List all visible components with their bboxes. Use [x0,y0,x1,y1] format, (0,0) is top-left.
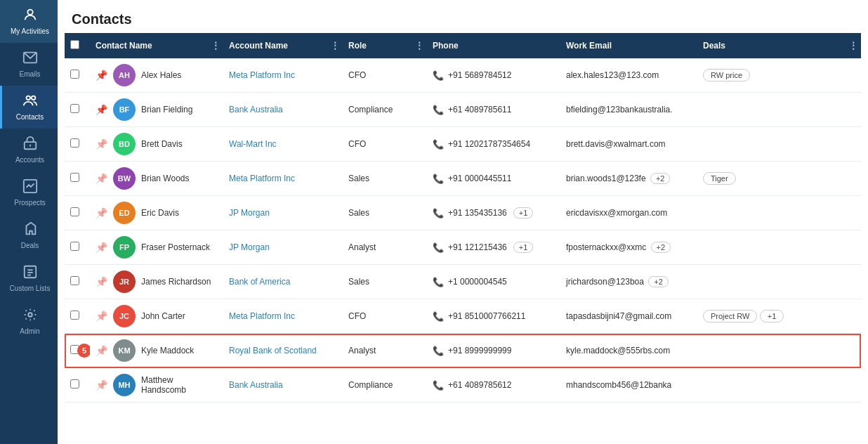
avatar: FP [113,236,136,259]
sidebar-item-deals[interactable]: Deals [0,214,58,257]
row-checkbox-cell[interactable]: 5 [65,334,90,368]
svg-point-11 [28,313,32,317]
account-link[interactable]: Meta Platform Inc [229,70,295,80]
contact-name: John Carter [141,311,185,321]
row-checkbox[interactable] [70,138,79,148]
sidebar-item-contacts[interactable]: Contacts [0,86,58,129]
phone-number: +91 135435136 [448,208,507,218]
row-checkbox-cell[interactable] [65,127,90,162]
sidebar-item-admin[interactable]: Admin [0,300,58,343]
account-name-cell: Meta Platform Inc [223,162,343,196]
pin-toggle[interactable]: 📌 [96,104,107,115]
pin-toggle[interactable]: 📌 [96,173,107,184]
account-name-cell: Bank of America [223,265,343,299]
row-checkbox-cell[interactable] [65,230,90,265]
svg-point-0 [27,10,32,15]
phone-number: +61 4089785612 [448,380,511,390]
row-checkbox-cell[interactable] [65,368,90,403]
col-role: Role ⋮ [343,33,427,58]
role-col-menu[interactable]: ⋮ [414,40,424,51]
row-checkbox-cell[interactable] [65,265,90,299]
contact-name: Brian Fielding [141,105,192,115]
account-link[interactable]: Royal Bank of Scotland [229,346,317,355]
row-checkbox[interactable] [70,207,79,216]
role-cell: CFO [343,127,427,162]
account-link[interactable]: JP Morgan [229,242,270,252]
row-checkbox-cell[interactable] [65,196,90,230]
pin-toggle[interactable]: 📌 [96,379,107,391]
account-name-cell: JP Morgan [223,230,343,265]
table-row: 📌 FP Fraser Posternack JP Morgan Analyst… [65,230,861,265]
pin-toggle[interactable]: 📌 [96,311,107,322]
account-name-cell: Meta Platform Inc [223,299,343,334]
row-checkbox[interactable] [70,242,79,251]
phone-number: +61 4089785611 [448,105,511,115]
phone-cell: 📞 +91 8999999999 [427,334,560,368]
account-link[interactable]: Bank of America [229,277,290,287]
role-value: Compliance [348,105,393,115]
role-value: Sales [348,277,369,287]
pin-toggle[interactable]: 📌 [96,345,107,356]
row-checkbox-cell[interactable] [65,162,90,196]
phone-cell: 📞 +91 135435136 +1 [427,196,560,230]
pin-toggle[interactable]: 📌 [96,70,107,81]
row-checkbox[interactable] [70,276,79,285]
phone-cell: 📞 +91 12021787354654 [427,127,560,162]
row-checkbox[interactable] [70,173,79,182]
sidebar-item-prospects[interactable]: Prospects [0,171,58,214]
pin-toggle[interactable]: 📌 [96,276,107,287]
row-checkbox[interactable] [70,104,79,113]
contact-name-col-menu[interactable]: ⋮ [211,40,221,51]
select-all-checkbox[interactable] [70,40,79,49]
avatar: BF [113,98,136,121]
pin-outline-icon: 📌 [96,207,107,218]
avatar: KM [113,339,136,362]
contacts-icon [22,93,38,110]
email-cell: kyle.maddock@555rbs.com [560,334,697,368]
phone-icon: 📞 [433,174,444,184]
account-link[interactable]: Wal-Mart Inc [229,139,277,149]
sidebar-item-custom-lists[interactable]: Custom Lists [0,257,58,300]
deals-cell [697,127,861,162]
account-link[interactable]: Bank Australia [229,380,283,390]
sidebar-label-accounts: Accounts [15,156,44,164]
deals-cell [697,265,861,299]
contacts-table: Contact Name ⋮ Account Name ⋮ Role ⋮ Pho… [65,33,861,403]
account-link[interactable]: Meta Platform Inc [229,311,295,321]
pin-toggle[interactable]: 📌 [96,138,107,150]
row-checkbox-cell[interactable] [65,299,90,334]
account-link[interactable]: Meta Platform Inc [229,174,295,183]
col-work-email: Work Email [560,33,697,58]
account-link[interactable]: Bank Australia [229,105,283,115]
extra-phones-badge: +1 [513,207,534,218]
select-all-header[interactable] [65,33,90,58]
sidebar-label-deals: Deals [21,242,39,250]
pin-toggle[interactable]: 📌 [96,242,107,253]
role-cell: CFO [343,299,427,334]
row-checkbox[interactable] [70,70,79,79]
pin-outline-icon: 📌 [96,242,107,253]
pin-outline-icon: 📌 [96,311,107,322]
email-value: kyle.maddock@555rbs.com [566,346,670,355]
table-row: 5 📌 KM Kyle Maddock Royal Bank of Scotla… [65,334,861,368]
row-checkbox-cell[interactable] [65,93,90,127]
sidebar-item-accounts[interactable]: Accounts [0,129,58,171]
row-checkbox[interactable] [70,311,79,320]
account-link[interactable]: JP Morgan [229,208,270,218]
email-value: brett.davis@xwalmart.com [566,139,666,149]
table-row: 📌 MH Matthew Handscomb Bank Australia Co… [65,368,861,403]
pin-toggle[interactable]: 📌 [96,207,107,218]
row-checkbox[interactable] [70,379,79,388]
phone-number: +1 0000004545 [448,277,507,287]
sidebar-item-emails[interactable]: Emails [0,43,58,86]
table-row: 📌 ED Eric Davis JP Morgan Sales 📞 +91 13… [65,196,861,230]
row-checkbox-cell[interactable] [65,58,90,93]
table-row: 📌 JR James Richardson Bank of America Sa… [65,265,861,299]
role-cell: Compliance [343,368,427,403]
phone-cell: 📞 +61 4089785612 [427,368,560,403]
sidebar-item-my-activities[interactable]: My Activities [0,0,58,43]
phone-number: +91 8999999999 [448,346,511,355]
deals-col-menu[interactable]: ⋮ [848,40,858,51]
phone-icon: 📞 [433,70,444,81]
account-name-col-menu[interactable]: ⋮ [330,40,340,51]
